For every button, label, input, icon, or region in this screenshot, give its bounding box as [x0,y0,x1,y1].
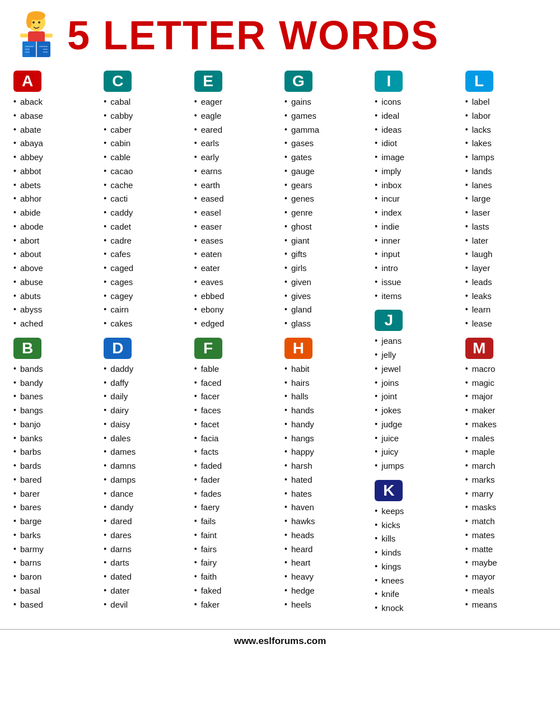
column-l: L label labor lacks lakes lamps lands la… [461,71,551,622]
list-item: marks [465,473,547,487]
list-item: barer [13,487,95,501]
list-item: faint [194,529,276,543]
list-item: heavy [284,570,366,584]
list-item: gates [284,151,366,165]
list-item: eared [194,123,276,137]
list-item: daily [104,390,185,404]
column-c: C cabal cabby caber cabin cable cacao ca… [99,71,189,622]
list-item: labor [465,109,547,123]
list-item: faith [194,570,276,584]
list-item: gland [284,303,366,317]
letter-badge-d: D [104,338,132,359]
list-item: cakes [104,317,185,331]
word-list-l: label labor lacks lakes lamps lands lane… [465,95,547,331]
list-item: bares [13,501,95,515]
list-item: lanes [465,179,547,193]
list-item: faded [194,459,276,473]
list-item: hangs [284,432,366,446]
list-item: based [13,598,95,612]
list-item: abhor [13,192,95,206]
list-item: happy [284,445,366,459]
list-item: masks [465,501,547,515]
list-item: juicy [375,445,456,459]
list-item: mayor [465,570,547,584]
list-item: cacti [104,192,185,206]
list-item: abbot [13,165,95,179]
word-list-i: icons ideal ideas idiot image imply inbo… [375,95,456,303]
list-item: major [465,390,547,404]
list-item: means [465,598,547,612]
list-item: gases [284,137,366,151]
list-item: faery [194,501,276,515]
list-item: abase [13,109,95,123]
list-item: dared [104,515,185,529]
list-item: glass [284,317,366,331]
list-item: abyss [13,303,95,317]
letter-badge-m: M [465,338,493,359]
list-item: abaya [13,137,95,151]
letter-badge-c: C [104,71,132,92]
list-item: kinds [375,546,456,560]
list-item: barmy [13,543,95,557]
list-item: ideal [375,109,456,123]
list-item: abuts [13,290,95,304]
list-item: jeans [375,334,456,348]
list-item: bandy [13,376,95,390]
list-item: imply [375,165,456,179]
svg-point-3 [32,21,35,24]
list-item: cairn [104,303,185,317]
list-item: juice [375,432,456,446]
list-item: items [375,290,456,304]
list-item: match [465,515,547,529]
list-item: hairs [284,376,366,390]
list-item: gears [284,179,366,193]
list-item: eased [194,192,276,206]
word-list-m: macro magic major maker makes males mapl… [465,362,547,612]
list-item: ideas [375,123,456,137]
letter-badge-g: G [284,71,312,92]
list-item: faker [194,598,276,612]
list-item: heard [284,543,366,557]
list-item: earth [194,179,276,193]
list-item: daffy [104,376,185,390]
list-item: ghost [284,220,366,234]
list-item: darts [104,556,185,570]
list-item: easer [194,220,276,234]
column-i: I icons ideal ideas idiot image imply in… [370,71,460,622]
list-item: cagey [104,290,185,304]
list-item: eases [194,234,276,248]
list-item: icons [375,95,456,109]
list-item: hands [284,404,366,418]
list-item: abode [13,220,95,234]
list-item: kings [375,560,456,574]
list-item: large [465,192,547,206]
list-item: faked [194,584,276,598]
list-item: eager [194,95,276,109]
list-item: layer [465,262,547,276]
list-item: ebony [194,303,276,317]
list-item: leads [465,276,547,290]
list-item: joint [375,390,456,404]
list-item: keeps [375,505,456,519]
list-item: fairy [194,556,276,570]
list-item: abuse [13,276,95,290]
list-item: joins [375,376,456,390]
letter-badge-a: A [13,71,41,92]
list-item: label [465,95,547,109]
list-item: dance [104,487,185,501]
list-item: earls [194,137,276,151]
svg-rect-17 [30,47,35,56]
list-item: lands [465,165,547,179]
list-item: devil [104,598,185,612]
word-list-k: keeps kicks kills kinds kings knees knif… [375,505,456,615]
word-list-c: cabal cabby caber cabin cable cacao cach… [104,95,185,331]
list-item: about [13,248,95,262]
list-item: barge [13,515,95,529]
list-item: index [375,206,456,220]
list-item: barns [13,556,95,570]
list-item: darns [104,543,185,557]
list-item: cadre [104,234,185,248]
list-item: games [284,109,366,123]
list-item: abort [13,234,95,248]
list-item: knees [375,574,456,588]
